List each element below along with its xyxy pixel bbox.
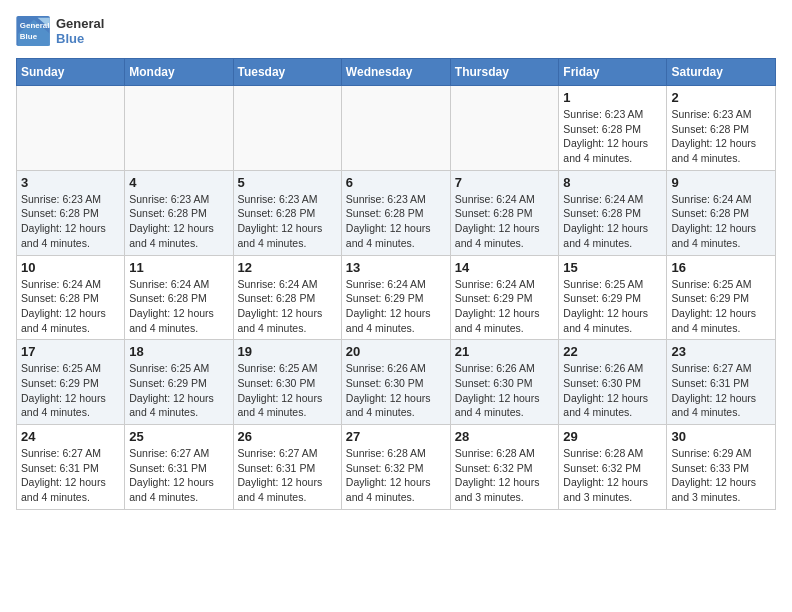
day-number: 7 (455, 175, 555, 190)
calendar-cell: 8Sunrise: 6:24 AMSunset: 6:28 PMDaylight… (559, 170, 667, 255)
sunrise-text: Sunrise: 6:26 AM (563, 362, 643, 374)
calendar-cell: 11Sunrise: 6:24 AMSunset: 6:28 PMDayligh… (125, 255, 233, 340)
daylight-text: Daylight: 12 hours and 4 minutes. (21, 392, 106, 419)
sunset-text: Sunset: 6:29 PM (346, 292, 424, 304)
day-number: 26 (238, 429, 337, 444)
calendar-cell (450, 86, 559, 171)
calendar-cell (125, 86, 233, 171)
sunset-text: Sunset: 6:28 PM (21, 292, 99, 304)
day-info: Sunrise: 6:24 AMSunset: 6:28 PMDaylight:… (455, 192, 555, 251)
day-info: Sunrise: 6:24 AMSunset: 6:28 PMDaylight:… (21, 277, 120, 336)
calendar-cell: 19Sunrise: 6:25 AMSunset: 6:30 PMDayligh… (233, 340, 341, 425)
day-info: Sunrise: 6:23 AMSunset: 6:28 PMDaylight:… (129, 192, 228, 251)
daylight-text: Daylight: 12 hours and 4 minutes. (563, 307, 648, 334)
weekday-header-friday: Friday (559, 59, 667, 86)
sunrise-text: Sunrise: 6:24 AM (563, 193, 643, 205)
day-info: Sunrise: 6:25 AMSunset: 6:29 PMDaylight:… (21, 361, 120, 420)
day-number: 19 (238, 344, 337, 359)
day-number: 13 (346, 260, 446, 275)
calendar-cell: 25Sunrise: 6:27 AMSunset: 6:31 PMDayligh… (125, 425, 233, 510)
day-number: 21 (455, 344, 555, 359)
sunrise-text: Sunrise: 6:24 AM (346, 278, 426, 290)
logo-icon: General Blue (16, 16, 52, 46)
day-number: 17 (21, 344, 120, 359)
sunset-text: Sunset: 6:32 PM (455, 462, 533, 474)
daylight-text: Daylight: 12 hours and 4 minutes. (129, 476, 214, 503)
daylight-text: Daylight: 12 hours and 4 minutes. (129, 307, 214, 334)
day-number: 8 (563, 175, 662, 190)
daylight-text: Daylight: 12 hours and 4 minutes. (21, 476, 106, 503)
daylight-text: Daylight: 12 hours and 3 minutes. (455, 476, 540, 503)
daylight-text: Daylight: 12 hours and 4 minutes. (346, 392, 431, 419)
day-number: 5 (238, 175, 337, 190)
day-number: 24 (21, 429, 120, 444)
day-info: Sunrise: 6:24 AMSunset: 6:28 PMDaylight:… (129, 277, 228, 336)
calendar-cell (17, 86, 125, 171)
calendar-cell: 16Sunrise: 6:25 AMSunset: 6:29 PMDayligh… (667, 255, 776, 340)
calendar-week-2: 3Sunrise: 6:23 AMSunset: 6:28 PMDaylight… (17, 170, 776, 255)
daylight-text: Daylight: 12 hours and 3 minutes. (671, 476, 756, 503)
sunset-text: Sunset: 6:28 PM (21, 207, 99, 219)
sunset-text: Sunset: 6:28 PM (129, 207, 207, 219)
calendar-cell: 18Sunrise: 6:25 AMSunset: 6:29 PMDayligh… (125, 340, 233, 425)
day-info: Sunrise: 6:26 AMSunset: 6:30 PMDaylight:… (346, 361, 446, 420)
daylight-text: Daylight: 12 hours and 4 minutes. (238, 476, 323, 503)
day-info: Sunrise: 6:27 AMSunset: 6:31 PMDaylight:… (129, 446, 228, 505)
day-number: 30 (671, 429, 771, 444)
svg-text:General: General (20, 21, 50, 30)
day-number: 29 (563, 429, 662, 444)
sunrise-text: Sunrise: 6:28 AM (346, 447, 426, 459)
daylight-text: Daylight: 12 hours and 4 minutes. (346, 222, 431, 249)
day-number: 4 (129, 175, 228, 190)
day-number: 3 (21, 175, 120, 190)
daylight-text: Daylight: 12 hours and 4 minutes. (21, 222, 106, 249)
svg-text:Blue: Blue (20, 32, 38, 41)
sunrise-text: Sunrise: 6:24 AM (238, 278, 318, 290)
day-info: Sunrise: 6:25 AMSunset: 6:29 PMDaylight:… (129, 361, 228, 420)
sunset-text: Sunset: 6:28 PM (563, 207, 641, 219)
sunrise-text: Sunrise: 6:28 AM (455, 447, 535, 459)
sunset-text: Sunset: 6:28 PM (238, 207, 316, 219)
weekday-header-saturday: Saturday (667, 59, 776, 86)
sunset-text: Sunset: 6:29 PM (21, 377, 99, 389)
calendar-cell: 14Sunrise: 6:24 AMSunset: 6:29 PMDayligh… (450, 255, 559, 340)
calendar-cell: 20Sunrise: 6:26 AMSunset: 6:30 PMDayligh… (341, 340, 450, 425)
day-info: Sunrise: 6:23 AMSunset: 6:28 PMDaylight:… (346, 192, 446, 251)
day-info: Sunrise: 6:24 AMSunset: 6:28 PMDaylight:… (563, 192, 662, 251)
calendar-cell: 26Sunrise: 6:27 AMSunset: 6:31 PMDayligh… (233, 425, 341, 510)
sunset-text: Sunset: 6:28 PM (346, 207, 424, 219)
weekday-header-sunday: Sunday (17, 59, 125, 86)
sunrise-text: Sunrise: 6:24 AM (455, 278, 535, 290)
calendar-week-1: 1Sunrise: 6:23 AMSunset: 6:28 PMDaylight… (17, 86, 776, 171)
day-info: Sunrise: 6:23 AMSunset: 6:28 PMDaylight:… (238, 192, 337, 251)
day-info: Sunrise: 6:26 AMSunset: 6:30 PMDaylight:… (563, 361, 662, 420)
sunset-text: Sunset: 6:29 PM (129, 377, 207, 389)
day-info: Sunrise: 6:23 AMSunset: 6:28 PMDaylight:… (563, 107, 662, 166)
day-info: Sunrise: 6:25 AMSunset: 6:30 PMDaylight:… (238, 361, 337, 420)
day-info: Sunrise: 6:28 AMSunset: 6:32 PMDaylight:… (346, 446, 446, 505)
day-info: Sunrise: 6:28 AMSunset: 6:32 PMDaylight:… (563, 446, 662, 505)
calendar-cell: 27Sunrise: 6:28 AMSunset: 6:32 PMDayligh… (341, 425, 450, 510)
weekday-header-monday: Monday (125, 59, 233, 86)
sunrise-text: Sunrise: 6:23 AM (129, 193, 209, 205)
sunrise-text: Sunrise: 6:25 AM (21, 362, 101, 374)
day-number: 25 (129, 429, 228, 444)
calendar-cell: 5Sunrise: 6:23 AMSunset: 6:28 PMDaylight… (233, 170, 341, 255)
calendar-cell: 7Sunrise: 6:24 AMSunset: 6:28 PMDaylight… (450, 170, 559, 255)
sunset-text: Sunset: 6:31 PM (129, 462, 207, 474)
day-number: 20 (346, 344, 446, 359)
logo-text: GeneralBlue (56, 16, 104, 46)
sunset-text: Sunset: 6:28 PM (563, 123, 641, 135)
daylight-text: Daylight: 12 hours and 4 minutes. (238, 307, 323, 334)
calendar-cell: 21Sunrise: 6:26 AMSunset: 6:30 PMDayligh… (450, 340, 559, 425)
daylight-text: Daylight: 12 hours and 3 minutes. (563, 476, 648, 503)
calendar-week-5: 24Sunrise: 6:27 AMSunset: 6:31 PMDayligh… (17, 425, 776, 510)
sunrise-text: Sunrise: 6:24 AM (455, 193, 535, 205)
page-header: General Blue GeneralBlue (16, 16, 776, 46)
daylight-text: Daylight: 12 hours and 4 minutes. (238, 392, 323, 419)
sunrise-text: Sunrise: 6:29 AM (671, 447, 751, 459)
sunrise-text: Sunrise: 6:23 AM (238, 193, 318, 205)
calendar-cell: 28Sunrise: 6:28 AMSunset: 6:32 PMDayligh… (450, 425, 559, 510)
calendar-cell: 10Sunrise: 6:24 AMSunset: 6:28 PMDayligh… (17, 255, 125, 340)
sunrise-text: Sunrise: 6:25 AM (238, 362, 318, 374)
